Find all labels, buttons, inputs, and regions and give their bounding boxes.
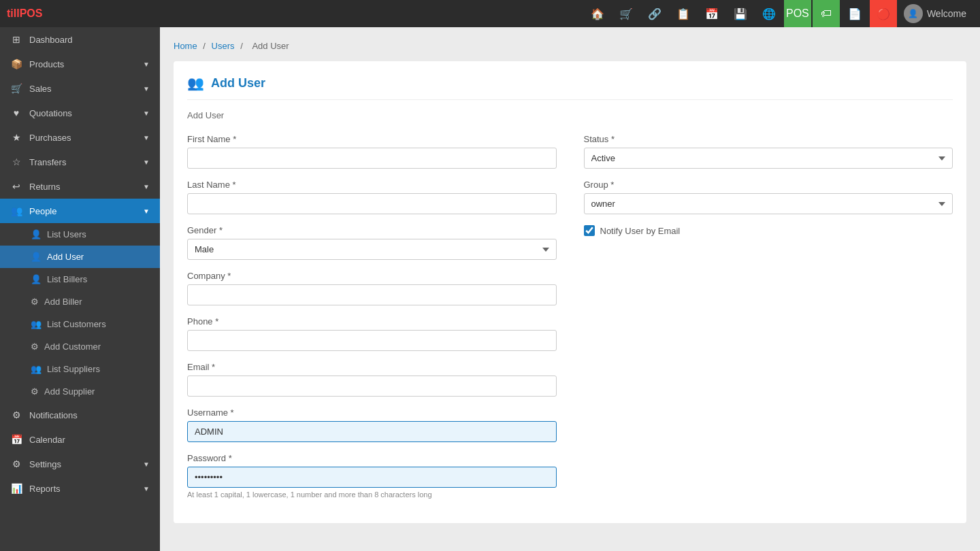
products-icon: 📦 [10, 59, 22, 69]
sidebar-item-settings[interactable]: ⚙ Settings ▼ [0, 452, 160, 476]
sidebar-item-list-customers[interactable]: 👥 List Customers [0, 313, 160, 335]
sidebar-item-people[interactable]: 👥 People ▼ [0, 199, 160, 223]
card-header: 👥 Add User [187, 75, 953, 100]
sidebar-label-products: Products [29, 59, 64, 69]
chevron-down-icon: ▼ [143, 85, 150, 93]
sidebar-item-sales[interactable]: 🛒 Sales ▼ [0, 76, 160, 101]
sidebar-label-add-customer: Add Customer [44, 341, 101, 352]
form-right-col: Status * Active Inactive Group * owner a… [584, 134, 953, 510]
breadcrumb-users[interactable]: Users [212, 41, 235, 51]
chevron-down-icon: ▼ [143, 110, 150, 117]
main-content: Home / Users / Add User 👥 Add User Add U… [160, 27, 980, 551]
last-name-group: Last Name * [187, 180, 557, 214]
password-label: Password * [187, 453, 557, 463]
password-hint: At least 1 capital, 1 lowercase, 1 numbe… [187, 490, 557, 499]
last-name-input[interactable] [187, 193, 557, 214]
company-input[interactable] [187, 284, 557, 305]
username-input[interactable] [187, 421, 557, 442]
sidebar-item-list-suppliers[interactable]: 👥 List Suppliers [0, 358, 160, 380]
sidebar-item-products[interactable]: 📦 Products ▼ [0, 52, 160, 76]
sidebar-label-list-users: List Users [47, 229, 86, 239]
topnav: tillPOS 🏠 🛒 🔗 📋 📅 💾 🌐 POS 🏷 📄 🔴 👤 Welcom… [0, 0, 980, 27]
transfers-icon: ☆ [10, 156, 22, 167]
sidebar-item-add-supplier[interactable]: ⚙ Add Supplier [0, 380, 160, 403]
breadcrumb-sep1: / [203, 41, 206, 51]
logo-till: till [7, 7, 20, 20]
sidebar-item-add-customer[interactable]: ⚙ Add Customer [0, 335, 160, 358]
add-user-header-icon: 👥 [187, 75, 204, 91]
nav-alert-icon[interactable]: 🔴 [870, 0, 897, 27]
email-input[interactable] [187, 375, 557, 397]
sidebar-item-list-users[interactable]: 👤 List Users [0, 223, 160, 246]
first-name-label: First Name * [187, 134, 557, 144]
list-users-icon: 👤 [31, 229, 42, 239]
sidebar: ⊞ Dashboard 📦 Products ▼ 🛒 Sales ▼ ♥ Quo… [0, 27, 160, 551]
status-group: Status * Active Inactive [584, 134, 953, 169]
sidebar-label-add-user: Add User [47, 252, 84, 262]
nav-home-icon[interactable]: 🏠 [584, 0, 611, 27]
nav-globe-icon[interactable]: 🌐 [755, 0, 783, 27]
sidebar-label-list-billers: List Billers [47, 274, 87, 284]
nav-calendar-icon[interactable]: 📅 [698, 0, 725, 27]
phone-input[interactable] [187, 330, 557, 351]
nav-pos-button[interactable]: POS [784, 0, 811, 27]
chevron-down-icon: ▼ [143, 207, 150, 215]
sidebar-item-quotations[interactable]: ♥ Quotations ▼ [0, 101, 160, 125]
sidebar-item-add-user[interactable]: 👤 Add User [0, 246, 160, 268]
group-label: Group * [584, 180, 953, 190]
sidebar-item-transfers[interactable]: ☆ Transfers ▼ [0, 150, 160, 174]
reports-icon: 📊 [10, 483, 22, 494]
nav-save-icon[interactable]: 💾 [727, 0, 754, 27]
layout: ⊞ Dashboard 📦 Products ▼ 🛒 Sales ▼ ♥ Quo… [0, 27, 980, 551]
purchases-icon: ★ [10, 132, 22, 143]
add-customer-icon: ⚙ [31, 341, 39, 352]
group-select[interactable]: owner admin manager cashier [584, 193, 953, 214]
nav-report-icon[interactable]: 📋 [670, 0, 697, 27]
gender-select[interactable]: Male Female Other [187, 239, 557, 260]
list-billers-icon: 👤 [31, 274, 42, 284]
nav-tag-icon[interactable]: 🏷 [813, 0, 840, 27]
chevron-down-icon: ▼ [143, 461, 150, 468]
last-name-label: Last Name * [187, 180, 557, 190]
sidebar-item-calendar[interactable]: 📅 Calendar [0, 427, 160, 452]
welcome-section: 👤 Welcome [897, 4, 973, 23]
sidebar-item-notifications[interactable]: ⚙ Notifications [0, 403, 160, 427]
pos-label: POS [786, 7, 809, 20]
sidebar-item-dashboard[interactable]: ⊞ Dashboard [0, 27, 160, 52]
chevron-down-icon: ▼ [143, 61, 150, 68]
chevron-down-icon: ▼ [143, 158, 150, 166]
sidebar-label-reports: Reports [29, 484, 61, 494]
group-group: Group * owner admin manager cashier [584, 180, 953, 214]
dashboard-icon: ⊞ [10, 34, 22, 45]
sidebar-item-purchases[interactable]: ★ Purchases ▼ [0, 125, 160, 150]
sidebar-label-list-suppliers: List Suppliers [47, 364, 100, 374]
first-name-input[interactable] [187, 148, 557, 169]
sidebar-item-add-biller[interactable]: ⚙ Add Biller [0, 290, 160, 313]
company-group: Company * [187, 271, 557, 305]
password-input[interactable] [187, 467, 557, 488]
sidebar-item-list-billers[interactable]: 👤 List Billers [0, 268, 160, 290]
quotations-icon: ♥ [10, 107, 22, 118]
breadcrumb-sep2: / [240, 41, 243, 51]
nav-doc-icon[interactable]: 📄 [841, 0, 868, 27]
notify-checkbox[interactable] [584, 225, 595, 236]
status-select[interactable]: Active Inactive [584, 148, 953, 169]
breadcrumb-home[interactable]: Home [174, 41, 197, 51]
sales-icon: 🛒 [10, 83, 22, 94]
add-user-card: 👥 Add User Add User First Name * Last Na… [174, 61, 966, 523]
welcome-text: Welcome [927, 8, 966, 19]
email-group: Email * [187, 362, 557, 397]
sidebar-item-reports[interactable]: 📊 Reports ▼ [0, 476, 160, 501]
sidebar-item-returns[interactable]: ↩ Returns ▼ [0, 174, 160, 199]
sidebar-label-settings: Settings [29, 459, 61, 469]
sidebar-label-dashboard: Dashboard [29, 35, 73, 45]
notify-group: Notify User by Email [584, 225, 953, 236]
nav-cart-icon[interactable]: 🛒 [612, 0, 640, 27]
nav-share-icon[interactable]: 🔗 [641, 0, 668, 27]
breadcrumb: Home / Users / Add User [174, 41, 966, 51]
calendar-icon: 📅 [10, 434, 22, 445]
sidebar-label-calendar: Calendar [29, 435, 65, 445]
avatar: 👤 [904, 4, 923, 23]
add-biller-icon: ⚙ [31, 297, 39, 307]
sidebar-label-purchases: Purchases [29, 133, 71, 143]
